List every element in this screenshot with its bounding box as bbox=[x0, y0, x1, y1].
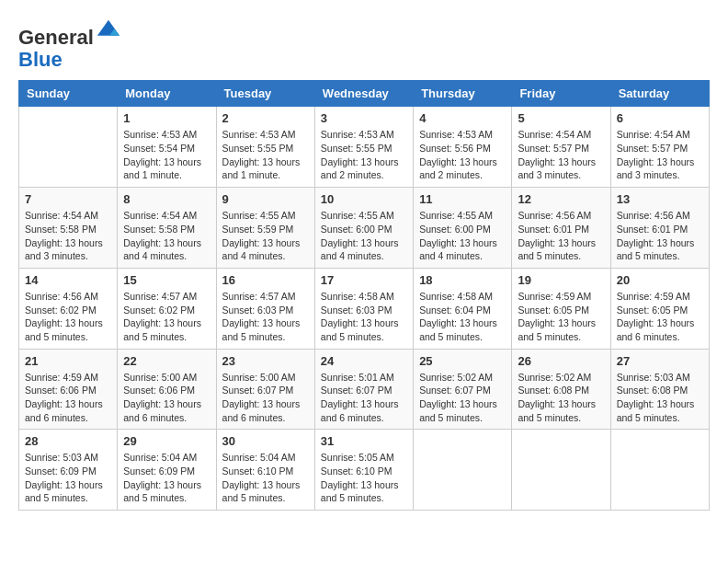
calendar-table: SundayMondayTuesdayWednesdayThursdayFrid… bbox=[18, 80, 710, 511]
day-number: 11 bbox=[419, 192, 506, 206]
calendar-week-row: 7Sunrise: 4:54 AMSunset: 5:58 PMDaylight… bbox=[19, 188, 710, 269]
day-number: 27 bbox=[617, 354, 703, 368]
calendar-cell: 18Sunrise: 4:58 AMSunset: 6:04 PMDayligh… bbox=[414, 268, 512, 349]
calendar-cell: 19Sunrise: 4:59 AMSunset: 6:05 PMDayligh… bbox=[512, 268, 610, 349]
calendar-cell: 8Sunrise: 4:54 AMSunset: 5:58 PMDaylight… bbox=[118, 188, 216, 269]
day-number: 21 bbox=[25, 354, 111, 368]
calendar-cell: 9Sunrise: 4:55 AMSunset: 5:59 PMDaylight… bbox=[216, 188, 314, 269]
weekday-header-row: SundayMondayTuesdayWednesdayThursdayFrid… bbox=[19, 81, 710, 107]
day-number: 12 bbox=[518, 192, 604, 206]
weekday-header-thursday: Thursday bbox=[414, 81, 512, 107]
day-info: Sunrise: 5:00 AMSunset: 6:07 PMDaylight:… bbox=[222, 371, 309, 425]
calendar-cell: 25Sunrise: 5:02 AMSunset: 6:07 PMDayligh… bbox=[414, 349, 512, 430]
day-info: Sunrise: 4:57 AMSunset: 6:02 PMDaylight:… bbox=[123, 290, 210, 344]
calendar-cell bbox=[19, 107, 118, 188]
calendar-cell: 20Sunrise: 4:59 AMSunset: 6:05 PMDayligh… bbox=[610, 268, 709, 349]
day-info: Sunrise: 5:04 AMSunset: 6:10 PMDaylight:… bbox=[222, 451, 309, 505]
day-info: Sunrise: 4:59 AMSunset: 6:05 PMDaylight:… bbox=[617, 290, 703, 344]
calendar-cell: 1Sunrise: 4:53 AMSunset: 5:54 PMDaylight… bbox=[118, 107, 216, 188]
logo-icon bbox=[96, 18, 121, 44]
calendar-cell: 23Sunrise: 5:00 AMSunset: 6:07 PMDayligh… bbox=[216, 349, 314, 430]
calendar-cell: 4Sunrise: 4:53 AMSunset: 5:56 PMDaylight… bbox=[414, 107, 512, 188]
day-info: Sunrise: 4:58 AMSunset: 6:03 PMDaylight:… bbox=[321, 290, 407, 344]
day-number: 1 bbox=[123, 111, 210, 125]
calendar-cell: 7Sunrise: 4:54 AMSunset: 5:58 PMDaylight… bbox=[19, 188, 118, 269]
day-info: Sunrise: 5:05 AMSunset: 6:10 PMDaylight:… bbox=[321, 451, 407, 505]
day-number: 8 bbox=[123, 192, 210, 206]
calendar-cell: 28Sunrise: 5:03 AMSunset: 6:09 PMDayligh… bbox=[19, 430, 118, 511]
day-info: Sunrise: 4:54 AMSunset: 5:58 PMDaylight:… bbox=[25, 209, 111, 263]
day-number: 3 bbox=[321, 111, 407, 125]
weekday-header-tuesday: Tuesday bbox=[216, 81, 314, 107]
day-number: 29 bbox=[123, 434, 210, 448]
day-number: 17 bbox=[321, 273, 407, 287]
day-info: Sunrise: 4:56 AMSunset: 6:02 PMDaylight:… bbox=[25, 290, 111, 344]
day-number: 30 bbox=[222, 434, 309, 448]
calendar-cell bbox=[610, 430, 709, 511]
calendar-cell: 29Sunrise: 5:04 AMSunset: 6:09 PMDayligh… bbox=[118, 430, 216, 511]
calendar-week-row: 1Sunrise: 4:53 AMSunset: 5:54 PMDaylight… bbox=[19, 107, 710, 188]
day-number: 16 bbox=[222, 273, 309, 287]
day-number: 5 bbox=[518, 111, 604, 125]
day-info: Sunrise: 4:54 AMSunset: 5:57 PMDaylight:… bbox=[617, 128, 703, 182]
calendar-cell bbox=[414, 430, 512, 511]
calendar-cell: 31Sunrise: 5:05 AMSunset: 6:10 PMDayligh… bbox=[314, 430, 413, 511]
day-number: 14 bbox=[25, 273, 111, 287]
day-info: Sunrise: 4:53 AMSunset: 5:56 PMDaylight:… bbox=[419, 128, 506, 182]
calendar-week-row: 14Sunrise: 4:56 AMSunset: 6:02 PMDayligh… bbox=[19, 268, 710, 349]
day-info: Sunrise: 4:53 AMSunset: 5:55 PMDaylight:… bbox=[222, 128, 309, 182]
day-number: 20 bbox=[617, 273, 703, 287]
day-info: Sunrise: 5:03 AMSunset: 6:09 PMDaylight:… bbox=[25, 451, 111, 505]
day-info: Sunrise: 5:04 AMSunset: 6:09 PMDaylight:… bbox=[123, 451, 210, 505]
calendar-cell: 11Sunrise: 4:55 AMSunset: 6:00 PMDayligh… bbox=[414, 188, 512, 269]
logo-blue-text: Blue bbox=[18, 48, 63, 71]
day-number: 23 bbox=[222, 354, 309, 368]
weekday-header-sunday: Sunday bbox=[19, 81, 118, 107]
day-number: 26 bbox=[518, 354, 604, 368]
calendar-cell: 14Sunrise: 4:56 AMSunset: 6:02 PMDayligh… bbox=[19, 268, 118, 349]
day-info: Sunrise: 4:59 AMSunset: 6:06 PMDaylight:… bbox=[25, 371, 111, 425]
calendar-cell: 13Sunrise: 4:56 AMSunset: 6:01 PMDayligh… bbox=[610, 188, 709, 269]
calendar-cell: 22Sunrise: 5:00 AMSunset: 6:06 PMDayligh… bbox=[118, 349, 216, 430]
calendar-cell: 21Sunrise: 4:59 AMSunset: 6:06 PMDayligh… bbox=[19, 349, 118, 430]
day-number: 22 bbox=[123, 354, 210, 368]
day-number: 24 bbox=[321, 354, 407, 368]
calendar-cell bbox=[512, 430, 610, 511]
day-number: 31 bbox=[321, 434, 407, 448]
calendar-cell: 3Sunrise: 4:53 AMSunset: 5:55 PMDaylight… bbox=[314, 107, 413, 188]
day-info: Sunrise: 4:57 AMSunset: 6:03 PMDaylight:… bbox=[222, 290, 309, 344]
calendar-cell: 16Sunrise: 4:57 AMSunset: 6:03 PMDayligh… bbox=[216, 268, 314, 349]
day-info: Sunrise: 5:00 AMSunset: 6:06 PMDaylight:… bbox=[123, 371, 210, 425]
calendar-cell: 24Sunrise: 5:01 AMSunset: 6:07 PMDayligh… bbox=[314, 349, 413, 430]
day-info: Sunrise: 4:54 AMSunset: 5:58 PMDaylight:… bbox=[123, 209, 210, 263]
day-info: Sunrise: 4:55 AMSunset: 6:00 PMDaylight:… bbox=[419, 209, 506, 263]
day-number: 13 bbox=[617, 192, 703, 206]
day-number: 10 bbox=[321, 192, 407, 206]
weekday-header-saturday: Saturday bbox=[610, 81, 709, 107]
day-number: 18 bbox=[419, 273, 506, 287]
day-info: Sunrise: 5:01 AMSunset: 6:07 PMDaylight:… bbox=[321, 371, 407, 425]
day-info: Sunrise: 5:02 AMSunset: 6:07 PMDaylight:… bbox=[419, 371, 506, 425]
day-info: Sunrise: 4:59 AMSunset: 6:05 PMDaylight:… bbox=[518, 290, 604, 344]
day-info: Sunrise: 5:02 AMSunset: 6:08 PMDaylight:… bbox=[518, 371, 604, 425]
calendar-cell: 30Sunrise: 5:04 AMSunset: 6:10 PMDayligh… bbox=[216, 430, 314, 511]
calendar-cell: 2Sunrise: 4:53 AMSunset: 5:55 PMDaylight… bbox=[216, 107, 314, 188]
day-info: Sunrise: 4:53 AMSunset: 5:55 PMDaylight:… bbox=[321, 128, 407, 182]
day-number: 15 bbox=[123, 273, 210, 287]
logo-general-text: General bbox=[18, 26, 94, 49]
weekday-header-monday: Monday bbox=[118, 81, 216, 107]
calendar-week-row: 21Sunrise: 4:59 AMSunset: 6:06 PMDayligh… bbox=[19, 349, 710, 430]
calendar-cell: 5Sunrise: 4:54 AMSunset: 5:57 PMDaylight… bbox=[512, 107, 610, 188]
day-info: Sunrise: 4:56 AMSunset: 6:01 PMDaylight:… bbox=[518, 209, 604, 263]
calendar-cell: 17Sunrise: 4:58 AMSunset: 6:03 PMDayligh… bbox=[314, 268, 413, 349]
day-info: Sunrise: 4:56 AMSunset: 6:01 PMDaylight:… bbox=[617, 209, 703, 263]
page-header: General Blue bbox=[18, 18, 710, 71]
weekday-header-friday: Friday bbox=[512, 81, 610, 107]
calendar-cell: 12Sunrise: 4:56 AMSunset: 6:01 PMDayligh… bbox=[512, 188, 610, 269]
day-number: 7 bbox=[25, 192, 111, 206]
logo: General Blue bbox=[18, 18, 121, 71]
day-info: Sunrise: 5:03 AMSunset: 6:08 PMDaylight:… bbox=[617, 371, 703, 425]
day-info: Sunrise: 4:58 AMSunset: 6:04 PMDaylight:… bbox=[419, 290, 506, 344]
calendar-cell: 26Sunrise: 5:02 AMSunset: 6:08 PMDayligh… bbox=[512, 349, 610, 430]
day-info: Sunrise: 4:55 AMSunset: 5:59 PMDaylight:… bbox=[222, 209, 309, 263]
